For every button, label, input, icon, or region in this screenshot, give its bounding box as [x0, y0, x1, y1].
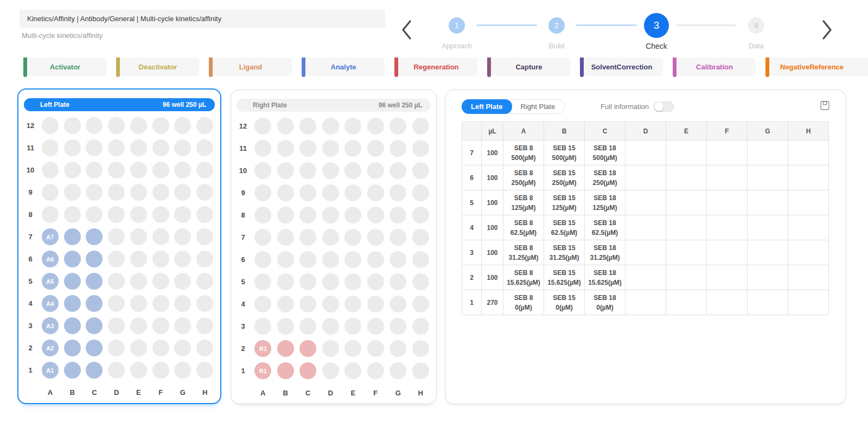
well-F12[interactable] [152, 117, 169, 134]
well-H10[interactable] [412, 162, 429, 179]
well-F3[interactable] [367, 318, 384, 335]
well-A5[interactable] [254, 273, 271, 290]
well-B12[interactable] [64, 117, 81, 134]
well-A7[interactable] [254, 229, 271, 246]
well-H12[interactable] [196, 117, 213, 134]
well-A5[interactable]: A5 [42, 273, 59, 290]
well-G3[interactable] [174, 317, 191, 334]
well-F6[interactable] [367, 251, 384, 268]
well-F11[interactable] [152, 139, 169, 156]
well-C12[interactable] [299, 118, 316, 135]
step-data[interactable]: 4Data [737, 13, 776, 50]
well-D12[interactable] [108, 117, 125, 134]
well-B11[interactable] [64, 139, 81, 156]
well-F7[interactable] [367, 229, 384, 246]
well-E11[interactable] [130, 139, 147, 156]
well-F11[interactable] [367, 140, 384, 157]
well-B9[interactable] [64, 184, 81, 201]
well-B10[interactable] [277, 162, 294, 179]
well-H4[interactable] [196, 295, 213, 312]
well-A6[interactable]: A6 [42, 251, 59, 267]
legend-ligand[interactable]: Ligand [209, 57, 292, 76]
well-B7[interactable] [277, 229, 294, 246]
well-H11[interactable] [196, 139, 213, 156]
well-D7[interactable] [322, 229, 339, 246]
well-B6[interactable] [64, 251, 81, 267]
well-A7[interactable]: A7 [42, 228, 59, 245]
well-H3[interactable] [196, 317, 213, 334]
well-F8[interactable] [152, 206, 169, 223]
well-F9[interactable] [152, 184, 169, 201]
well-G12[interactable] [390, 118, 406, 135]
well-D9[interactable] [322, 184, 339, 201]
well-F1[interactable] [367, 362, 384, 379]
well-B1[interactable] [64, 362, 81, 379]
well-D1[interactable] [108, 362, 125, 379]
well-E3[interactable] [344, 318, 361, 335]
well-H7[interactable] [412, 229, 429, 246]
well-A9[interactable] [42, 184, 59, 201]
well-A11[interactable] [42, 139, 59, 156]
well-D8[interactable] [322, 207, 339, 223]
well-E4[interactable] [344, 296, 361, 312]
well-H5[interactable] [196, 273, 213, 290]
well-F4[interactable] [367, 296, 384, 312]
well-F8[interactable] [367, 207, 384, 223]
well-H1[interactable] [196, 362, 213, 379]
well-C11[interactable] [299, 140, 316, 157]
well-C3[interactable] [86, 317, 103, 334]
well-C2[interactable] [86, 340, 103, 356]
well-F2[interactable] [152, 340, 169, 356]
well-G7[interactable] [174, 228, 191, 245]
well-A8[interactable] [42, 206, 59, 223]
legend-deactivator[interactable]: Deactivator [117, 57, 199, 76]
well-H6[interactable] [196, 251, 213, 267]
well-G11[interactable] [174, 139, 191, 156]
well-F9[interactable] [367, 184, 384, 201]
well-A4[interactable]: A4 [42, 295, 59, 312]
well-A3[interactable]: A3 [42, 317, 59, 334]
well-C8[interactable] [86, 206, 103, 223]
well-D6[interactable] [322, 251, 339, 268]
well-C1[interactable] [299, 362, 316, 379]
legend-calibration[interactable]: Calibration [673, 57, 756, 76]
step-approach[interactable]: 1Approach [437, 13, 476, 50]
well-F1[interactable] [152, 362, 169, 379]
well-E12[interactable] [130, 117, 147, 134]
well-E9[interactable] [344, 184, 361, 201]
well-F7[interactable] [152, 228, 169, 245]
well-A6[interactable] [254, 251, 271, 268]
well-C11[interactable] [86, 139, 103, 156]
tab-right-plate[interactable]: Right Plate [512, 100, 565, 113]
well-B4[interactable] [64, 295, 81, 312]
well-D9[interactable] [108, 184, 125, 201]
well-E11[interactable] [344, 140, 361, 157]
well-D2[interactable] [108, 340, 125, 356]
well-D6[interactable] [108, 251, 125, 267]
well-F6[interactable] [152, 251, 169, 267]
well-A9[interactable] [254, 184, 271, 201]
well-G6[interactable] [174, 251, 191, 267]
well-C6[interactable] [86, 251, 103, 267]
well-G2[interactable] [174, 340, 191, 356]
well-B5[interactable] [277, 273, 294, 290]
well-H9[interactable] [196, 184, 213, 201]
well-H3[interactable] [412, 318, 429, 335]
well-F2[interactable] [367, 340, 384, 357]
well-D3[interactable] [322, 318, 339, 335]
well-B2[interactable] [277, 340, 294, 357]
well-C10[interactable] [86, 162, 103, 178]
well-B12[interactable] [277, 118, 294, 135]
save-button[interactable] [819, 100, 831, 113]
well-F12[interactable] [367, 118, 384, 135]
well-F4[interactable] [152, 295, 169, 312]
well-A12[interactable] [42, 117, 59, 134]
well-H10[interactable] [196, 162, 213, 178]
well-E6[interactable] [130, 251, 147, 267]
well-D8[interactable] [108, 206, 125, 223]
well-E7[interactable] [130, 228, 147, 245]
well-B10[interactable] [64, 162, 81, 178]
well-G5[interactable] [390, 273, 406, 290]
well-H6[interactable] [412, 251, 429, 268]
legend-solventcorrection[interactable]: SolventCorrection [580, 57, 663, 76]
